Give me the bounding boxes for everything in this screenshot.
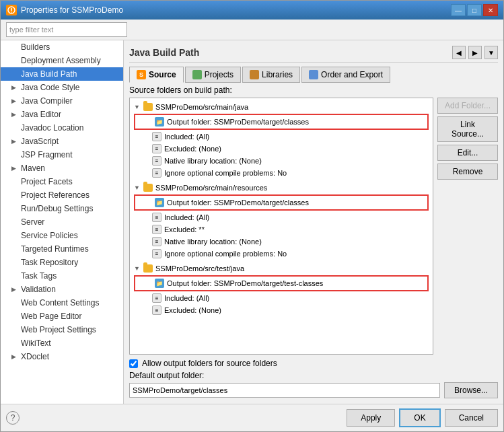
sidebar-item-task-repository[interactable]: Task Repository [1, 256, 123, 269]
tab-projects[interactable]: Projects [185, 67, 241, 83]
browse-button[interactable]: Browse... [444, 382, 498, 398]
output-folder-2-text: Output folder: SSMProDemo/target/classes [167, 199, 309, 207]
tree-item-excluded-2[interactable]: ≡ Excluded: ** [133, 223, 430, 236]
sidebar-item-wikitext[interactable]: WikiText [1, 336, 123, 350]
source-tree[interactable]: ▼ SSMProDemo/src/main/java 📁 Output fold… [129, 98, 433, 355]
link-source-button[interactable]: Link Source... [437, 116, 498, 142]
sidebar-item-targeted-runtimes[interactable]: Targeted Runtimes [1, 242, 123, 256]
tab-source-label: Source [149, 70, 176, 79]
tree-item-ignore-1[interactable]: ≡ Ignore optional compile problems: No [133, 167, 430, 179]
allow-output-checkbox[interactable] [129, 359, 138, 368]
sidebar-item-label: Java Build Path [21, 69, 77, 79]
close-button[interactable]: ✕ [483, 4, 498, 16]
maximize-button[interactable]: □ [467, 4, 482, 16]
sidebar-item-web-page-editor[interactable]: Web Page Editor [1, 310, 123, 323]
sidebar-item-label: JavaScript [21, 137, 59, 146]
nav-forward-button[interactable]: ▶ [468, 46, 482, 59]
output-row-1[interactable]: 📁 Output folder: SSMProDemo/target/class… [134, 114, 429, 130]
sidebar-item-web-project[interactable]: Web Project Settings [1, 323, 123, 336]
tree-item-label: Included: (All) [164, 133, 209, 141]
sidebar-item-java-editor[interactable]: ▶ Java Editor [1, 108, 123, 121]
apply-button[interactable]: Apply [347, 409, 395, 427]
sidebar-item-javadoc[interactable]: Javadoc Location [1, 121, 123, 135]
output-input-row: Browse... [129, 382, 498, 398]
minimize-button[interactable]: — [451, 4, 466, 16]
sidebar-item-label: Web Content Settings [21, 298, 100, 308]
sidebar-item-label: Java Compiler [21, 96, 73, 106]
content-area: ▼ SSMProDemo/src/main/java 📁 Output fold… [129, 98, 498, 355]
tree-item-excluded-3[interactable]: ≡ Excluded: (None) [133, 304, 430, 316]
sidebar-item-label: Project References [21, 190, 89, 200]
filter-input[interactable] [6, 22, 127, 37]
properties-window: Properties for SSMProDemo — □ ✕ Builders… [0, 0, 504, 432]
sidebar-item-maven[interactable]: ▶ Maven [1, 161, 123, 175]
projects-tab-icon [192, 70, 202, 79]
tree-item-label: Ignore optional compile problems: No [164, 250, 287, 258]
sidebar-item-jsp[interactable]: JSP Fragment [1, 148, 123, 161]
sidebar-item-web-content[interactable]: Web Content Settings [1, 296, 123, 310]
tree-item-included-1[interactable]: ≡ Included: (All) [133, 131, 430, 143]
sidebar-item-java-build-path[interactable]: Java Build Path [1, 67, 123, 81]
tree-item-nativeloc-2[interactable]: ≡ Native library location: (None) [133, 236, 430, 248]
output-folder-icon: 📁 [154, 197, 165, 208]
sidebar-item-label: Java Editor [21, 110, 61, 119]
remove-button[interactable]: Remove [437, 164, 498, 180]
arrow-icon: ▶ [11, 286, 18, 293]
tree-item-label: Included: (All) [164, 213, 209, 221]
tree-item-excluded-1[interactable]: ≡ Excluded: (None) [133, 143, 430, 155]
source-folders-label: Source folders on build path: [129, 85, 498, 95]
sidebar-item-label: WikiText [21, 338, 51, 348]
title-bar-left: Properties for SSMProDemo [6, 5, 123, 15]
tabs-bar: S Source Projects Libraries Order and Ex… [129, 67, 498, 83]
sidebar-item-task-tags[interactable]: Task Tags [1, 269, 123, 283]
sidebar-item-java-code-style[interactable]: ▶ Java Code Style [1, 81, 123, 94]
sidebar-item-deployment[interactable]: Deployment Assembly [1, 54, 123, 67]
prop-icon: ≡ [151, 212, 162, 223]
tree-item-label: Ignore optional compile problems: No [164, 169, 287, 177]
output-row-2[interactable]: 📁 Output folder: SSMProDemo/target/class… [134, 194, 429, 211]
sidebar-item-label: Javadoc Location [21, 123, 83, 133]
tree-item-nativeloc-1[interactable]: ≡ Native library location: (None) [133, 155, 430, 167]
output-row-3[interactable]: 📁 Output folder: SSMProDemo/target/test-… [134, 275, 429, 291]
sidebar-item-project-facets[interactable]: Project Facets [1, 175, 123, 188]
tab-source[interactable]: S Source [129, 67, 184, 83]
sidebar-item-xdoclet[interactable]: ▶ XDoclet [1, 350, 123, 363]
nav-dropdown-button[interactable]: ▼ [484, 46, 498, 59]
cancel-button[interactable]: Cancel [445, 409, 498, 427]
sidebar-item-label: Targeted Runtimes [21, 244, 89, 254]
tree-group-3-label: SSMProDemo/src/test/java [155, 264, 244, 273]
tree-item-label: Excluded: (None) [164, 306, 221, 314]
prop-icon: ≡ [151, 248, 162, 259]
sidebar-item-javascript[interactable]: ▶ JavaScript [1, 135, 123, 148]
sidebar-item-server[interactable]: Server [1, 215, 123, 229]
tree-item-included-3[interactable]: ≡ Included: (All) [133, 292, 430, 304]
nav-back-button[interactable]: ◀ [452, 46, 466, 59]
ok-button[interactable]: OK [399, 408, 440, 427]
output-folder-1-text: Output folder: SSMProDemo/target/classes [167, 118, 309, 126]
sidebar-item-project-references[interactable]: Project References [1, 188, 123, 202]
tree-item-included-2[interactable]: ≡ Included: (All) [133, 211, 430, 223]
title-bar: Properties for SSMProDemo — □ ✕ [1, 1, 503, 20]
sidebar-item-service-policies[interactable]: Service Policies [1, 229, 123, 242]
tab-order-export[interactable]: Order and Export [301, 67, 390, 83]
tree-item-ignore-2[interactable]: ≡ Ignore optional compile problems: No [133, 248, 430, 260]
sidebar-item-validation[interactable]: ▶ Validation [1, 283, 123, 296]
sidebar-item-run-debug[interactable]: Run/Debug Settings [1, 202, 123, 215]
sidebar-item-java-compiler[interactable]: ▶ Java Compiler [1, 94, 123, 108]
tree-item-label: Native library location: (None) [164, 238, 262, 246]
libraries-tab-icon [250, 70, 259, 79]
sidebar-item-builders[interactable]: Builders [1, 40, 123, 54]
tree-group-2-header[interactable]: ▼ SSMProDemo/src/main/resources [133, 182, 430, 194]
help-button[interactable]: ? [6, 411, 20, 425]
panel-nav: ◀ ▶ ▼ [452, 46, 498, 59]
add-folder-button[interactable]: Add Folder... [437, 98, 498, 114]
default-output-input[interactable] [129, 383, 440, 398]
edit-button[interactable]: Edit... [437, 145, 498, 161]
tree-group-1-header[interactable]: ▼ SSMProDemo/src/main/java [133, 101, 430, 113]
folder-icon [143, 182, 153, 193]
tree-scroll: ▼ SSMProDemo/src/main/java 📁 Output fold… [130, 98, 433, 319]
tab-libraries[interactable]: Libraries [242, 67, 300, 83]
folder-icon [143, 263, 153, 274]
tree-group-3-header[interactable]: ▼ SSMProDemo/src/test/java [133, 262, 430, 275]
default-output-label: Default output folder: [129, 371, 498, 380]
